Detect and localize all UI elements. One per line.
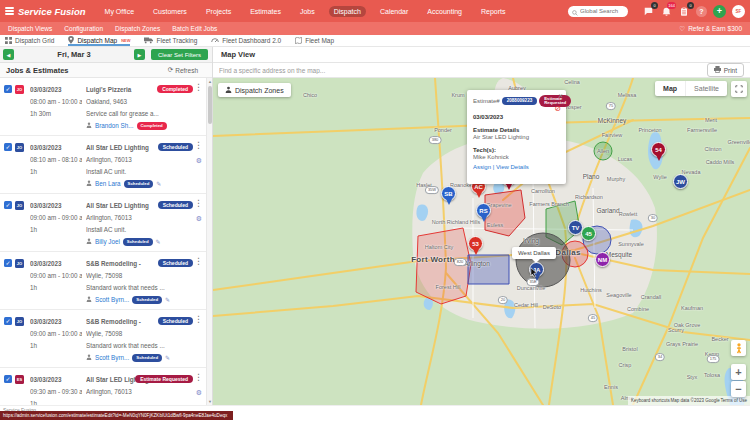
nav-my-office[interactable]: My Office [100,6,139,17]
tab-dispatch-map[interactable]: Dispatch MapNEW [68,35,130,46]
refresh-button[interactable]: ⟳ Refresh [168,66,198,74]
map-marker-45[interactable]: 45 [581,226,596,241]
scrollbar-thumb[interactable] [208,86,212,124]
view-details-link[interactable]: View Details [496,164,529,170]
kebab-menu-icon[interactable]: ⋮ [194,199,203,208]
jobs-scrollbar[interactable]: ▲ ▼ [206,78,212,405]
edit-icon[interactable]: ✎ [156,236,161,248]
global-search[interactable] [568,6,628,17]
gear-icon[interactable]: ⚙ [196,157,202,164]
app-logo[interactable]: Service Fusion [5,6,86,17]
no-entry-icon[interactable]: ⊘ [554,105,561,113]
fullscreen-button[interactable] [731,81,747,97]
map-marker-54[interactable]: 54 [651,142,666,161]
job-checkbox[interactable]: ✓ [4,375,12,383]
close-icon[interactable]: × [558,91,563,100]
map-type-satellite-button[interactable]: Satellite [685,81,727,96]
subnav-dispatch-zones[interactable]: Dispatch Zones [115,25,160,32]
zoom-out-button[interactable]: − [731,381,746,397]
allen-zone[interactable] [594,142,612,160]
subnav-dispatch-views[interactable]: Dispatch Views [8,25,52,32]
map-marker-53[interactable]: 53 [468,236,483,255]
job-checkbox[interactable]: ✓ [4,317,12,325]
zoom-in-button[interactable]: + [731,364,746,380]
job-checkbox[interactable]: ✓ [4,259,12,267]
nav-calendar[interactable]: Calendar [375,6,413,17]
nav-customers[interactable]: Customers [148,6,192,17]
person-icon [86,294,92,306]
clear-filters-button[interactable]: Clear Set Filters [151,49,208,60]
assign-link[interactable]: Assign [473,164,491,170]
fort-worth-zone[interactable] [416,228,471,304]
dispatch-zones-button[interactable]: Dispatch Zones [218,83,291,97]
sub-nav: ♡ Refer & Earn $300 Dispatch ViewsConfig… [0,22,750,35]
tech-status-badge: Scheduled [123,238,153,245]
job-duration: 1h [30,166,82,178]
tech-link[interactable]: Ben Lara [95,178,121,190]
prev-day-button[interactable]: ◀ [3,49,14,60]
map-marker-sb[interactable]: SB [441,186,456,205]
tab-fleet-dashboard-2-0[interactable]: Fleet Dashboard 2.0 [211,35,281,46]
job-card-list: ✓JO03/03/2023Luigi's Pizzeria08:00 am - … [0,78,206,405]
map-marker-rs[interactable]: RS [476,203,491,222]
job-time: 09:30 am - 09:30 am [30,386,82,398]
printer-icon [714,66,721,74]
gear-icon[interactable]: ⚙ [196,215,202,222]
edit-icon[interactable]: ✎ [156,178,161,190]
job-type-badge: ES [15,375,24,384]
map-marker-jw[interactable]: JW [673,174,688,189]
next-day-button[interactable]: ▶ [134,49,145,60]
nav-reports[interactable]: Reports [476,6,511,17]
kebab-menu-icon[interactable]: ⋮ [194,83,203,92]
print-button[interactable]: Print [707,63,744,77]
nav-jobs[interactable]: Jobs [295,6,320,17]
nav-projects[interactable]: Projects [201,6,236,17]
pegman-control[interactable] [731,340,746,356]
terms-link[interactable]: Terms of Use [720,398,747,403]
edit-icon[interactable]: ✎ [165,352,170,364]
tech-link[interactable]: Scott Byrn... [95,352,129,364]
map-type-map-button[interactable]: Map [655,81,685,96]
status-badge: Scheduled [158,259,193,267]
arlington-zone[interactable] [468,255,509,284]
refer-earn-link[interactable]: ♡ Refer & Earn $300 [679,25,742,33]
map-marker-ja[interactable]: JA [529,262,544,281]
kebab-menu-icon[interactable]: ⋮ [194,141,203,150]
nav-dispatch[interactable]: Dispatch [329,6,366,17]
card-gutter: ✓JO [0,310,27,367]
tab-label: Fleet Map [305,37,334,44]
tab-fleet-map[interactable]: Fleet Map [295,35,334,46]
avatar-icon[interactable]: SF [732,5,745,18]
global-search-input[interactable] [580,8,626,14]
subnav-configuration[interactable]: Configuration [64,25,103,32]
edit-icon[interactable]: ✎ [165,294,170,306]
nav-estimates[interactable]: Estimates [245,6,286,17]
tab-dispatch-grid[interactable]: Dispatch Grid [5,35,54,46]
bell-icon[interactable]: 164 [660,5,672,17]
tech-status-badge: Scheduled [132,354,162,361]
map-canvas[interactable]: ChicoKrumPonderAubreyKrugervilleCelinaPr… [213,78,750,405]
keyboard-shortcuts-link[interactable]: Keyboard shortcuts [631,398,670,403]
job-checkbox[interactable]: ✓ [4,143,12,151]
job-date: 03/03/2023 [30,374,82,386]
map-marker-nm[interactable]: NM [595,252,610,267]
job-checkbox[interactable]: ✓ [4,85,12,93]
address-search-input[interactable] [219,67,701,74]
add-icon[interactable]: + [713,5,726,18]
tab-fleet-tracking[interactable]: Fleet Tracking [144,35,197,46]
help-icon[interactable]: ? [696,6,707,17]
tasks-icon[interactable]: 0 [678,5,690,17]
top-nav: Service Fusion My OfficeCustomersProject… [0,0,750,22]
estimate-number-badge[interactable]: 2088009223 [502,97,538,105]
kebab-menu-icon[interactable]: ⋮ [194,257,203,266]
job-checkbox[interactable]: ✓ [4,201,12,209]
chat-icon[interactable]: 0 [642,5,654,17]
tech-link[interactable]: Billy Joel [95,236,120,248]
nav-accounting[interactable]: Accounting [422,6,467,17]
gear-icon[interactable]: ⚙ [196,389,202,396]
tech-link[interactable]: Scott Byrn... [95,294,129,306]
subnav-batch-edit-jobs[interactable]: Batch Edit Jobs [172,25,217,32]
kebab-menu-icon[interactable]: ⋮ [194,373,203,382]
kebab-menu-icon[interactable]: ⋮ [194,315,203,324]
tech-link[interactable]: Brandon Sh... [95,120,134,132]
